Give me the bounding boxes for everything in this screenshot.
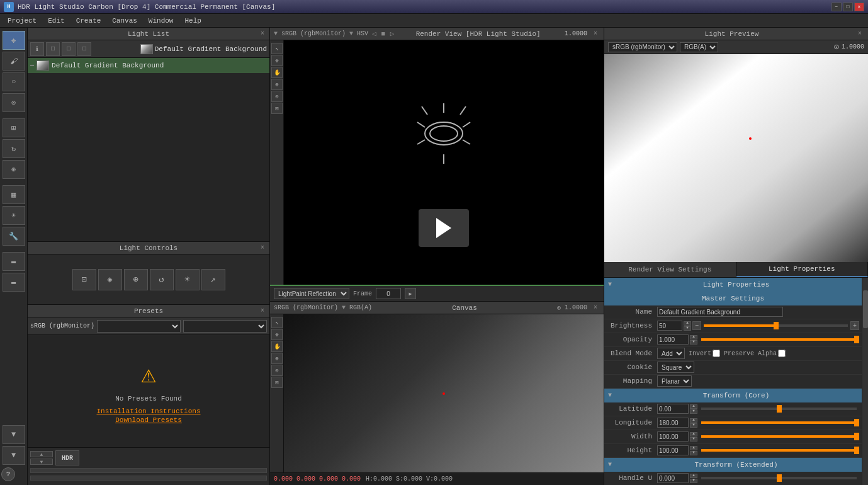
brightness-input[interactable] [657,321,682,331]
opacity-slider[interactable] [701,338,857,341]
ll-info-btn[interactable]: ℹ [30,42,44,56]
presets-bar-1[interactable] [30,468,267,473]
presets-close[interactable]: × [258,307,267,316]
download-link[interactable]: Download Presets [115,416,182,424]
play-button[interactable] [419,209,469,247]
canvas-icon-btn[interactable]: ⊙ [557,304,561,312]
help-button[interactable]: ? [1,467,15,481]
handle-u-slider[interactable] [701,477,857,479]
timeline-select[interactable]: LightPaint Reflection [274,288,349,299]
right-scrollbar[interactable] [862,278,868,486]
arrow-up[interactable]: ▲ [30,451,53,457]
preserve-alpha-checkbox[interactable] [778,350,786,357]
maximize-button[interactable]: □ [843,3,853,11]
ct-tool-4[interactable]: ⊕ [271,353,283,364]
tool-sun[interactable]: ☀ [3,206,25,225]
mapping-select[interactable]: Planar [657,375,692,387]
scrollbar-thumb[interactable] [863,290,868,328]
brightness-spin-up[interactable]: ▲ [684,321,691,326]
tool-wrench[interactable]: 🔧 [3,227,25,246]
latitude-input[interactable] [657,404,689,414]
ll-eye-btn[interactable]: □ [46,42,60,56]
lc-btn-4[interactable]: ↺ [150,269,174,290]
lp-color-select[interactable]: sRGB (rgbMonitor) [608,42,677,52]
section-light-properties[interactable]: ▼ Light Properties [604,278,862,292]
lon-spin-down[interactable]: ▼ [690,423,697,428]
hu-spin-down[interactable]: ▼ [690,479,697,483]
tool-move[interactable]: ✥ [3,31,25,50]
tool-color-picker[interactable]: ⊙ [3,93,25,112]
minimize-button[interactable]: − [831,3,842,11]
tool-bar2[interactable]: ▬ [3,273,25,292]
lc-btn-1[interactable]: ⊡ [72,269,96,290]
height-slider[interactable] [701,449,857,452]
lc-btn-6[interactable]: ↗ [201,269,225,290]
lat-spin-up[interactable]: ▲ [690,404,697,409]
lat-spin-down[interactable]: ▼ [690,409,697,414]
blend-mode-select[interactable]: Add [657,348,685,359]
cookie-select[interactable]: Square [657,362,694,373]
light-controls-close[interactable]: × [258,244,267,253]
height-spin-up[interactable]: ▲ [690,446,697,450]
invert-checkbox[interactable] [713,350,720,357]
menu-create[interactable]: Create [71,16,106,26]
handle-u-input[interactable] [657,473,689,483]
menu-project[interactable]: Project [3,16,42,26]
opacity-input[interactable] [657,334,689,345]
tool-bar[interactable]: ▬ [3,252,25,271]
menu-window[interactable]: Window [144,16,179,26]
opacity-spin-up[interactable]: ▲ [690,335,697,340]
rv-tool-2[interactable]: ✥ [271,55,283,66]
ct-tool-5[interactable]: ⊙ [271,365,283,376]
tool-down2[interactable]: ▼ [3,446,25,465]
height-input[interactable] [657,445,689,455]
close-button[interactable]: ✕ [854,3,864,11]
lc-btn-3[interactable]: ⊕ [124,269,148,290]
tool-brush[interactable]: 🖌 [3,52,25,71]
rv-tool-3[interactable]: ✋ [271,67,283,78]
lp-rgb-select[interactable]: RGB(A) [680,42,718,52]
ct-tool-6[interactable]: ⊡ [271,377,283,388]
ll-solo-btn[interactable]: □ [62,42,76,56]
brightness-plus[interactable]: + [850,321,859,330]
tab-render-view-settings[interactable]: Render View Settings [604,262,736,277]
section-transform-extended[interactable]: ▼ Transform (Extended) [604,458,862,472]
canvas-close[interactable]: × [591,304,600,312]
lc-btn-5[interactable]: ☀ [176,269,200,290]
ll-lock-btn[interactable]: □ [77,42,91,56]
section-master-settings[interactable]: Master Settings [604,292,862,305]
longitude-input[interactable] [657,418,689,428]
rv-close[interactable]: × [591,30,600,38]
height-spin-down[interactable]: ▼ [690,451,697,455]
tool-down1[interactable]: ▼ [3,425,25,444]
width-spin-up[interactable]: ▲ [690,432,697,437]
ct-tool-2[interactable]: ✥ [271,329,283,340]
preset-select-2[interactable] [183,320,267,333]
tool-grid[interactable]: ⊞ [3,118,25,137]
tool-checkerboard[interactable]: ▦ [3,185,25,204]
menu-edit[interactable]: Edit [43,16,69,26]
hdr-button[interactable]: HDR [55,450,79,465]
brightness-minus[interactable]: − [692,321,701,330]
lc-btn-2[interactable]: ◈ [98,269,122,290]
lp-close[interactable]: × [855,30,864,38]
name-input[interactable] [657,307,783,317]
width-slider[interactable] [701,435,857,438]
presets-bar-2[interactable] [30,476,267,481]
hu-spin-up[interactable]: ▲ [690,474,697,478]
install-link[interactable]: Installation Instructions [96,408,200,415]
brightness-slider[interactable] [704,324,848,327]
tab-light-properties[interactable]: Light Properties [736,262,869,277]
lon-spin-up[interactable]: ▲ [690,418,697,423]
light-list-item[interactable]: ━ Default Gradient Background [28,58,269,73]
latitude-slider[interactable] [701,408,857,410]
brightness-spin-down[interactable]: ▼ [684,326,691,331]
light-list-close[interactable]: × [258,30,267,38]
arrow-down[interactable]: ▼ [30,459,53,465]
timeline-play-btn[interactable]: ▶ [405,288,416,299]
tool-crosshair[interactable]: ⊕ [3,160,25,179]
section-transform-core[interactable]: ▼ Transform (Core) [604,389,862,402]
longitude-slider[interactable] [701,421,857,424]
rv-tool-5[interactable]: ⊙ [271,91,283,102]
preset-select-1[interactable] [97,320,181,333]
